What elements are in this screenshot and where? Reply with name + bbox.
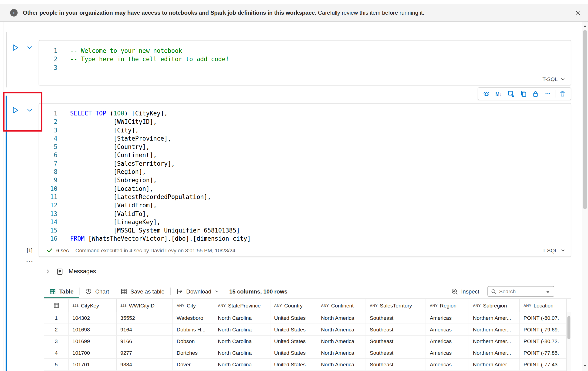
- table-cell[interactable]: Northern Amer...: [469, 312, 520, 324]
- table-cell[interactable]: United States: [271, 312, 317, 324]
- table-cell[interactable]: Dortches: [173, 347, 214, 359]
- table-cell[interactable]: North America: [317, 336, 366, 347]
- code-line[interactable]: 6 [Continent],: [39, 151, 571, 160]
- collapse-cell-icon[interactable]: [25, 43, 34, 53]
- scroll-up-icon[interactable]: [583, 23, 587, 30]
- table-cell[interactable]: 9164: [117, 324, 173, 336]
- column-header-Subregion[interactable]: ANYSubregion: [469, 299, 520, 312]
- code-line[interactable]: 8 [Region],: [39, 168, 571, 176]
- table-cell[interactable]: Dover: [173, 359, 214, 371]
- code-cell-1[interactable]: 1-- Welcome to your new notebook2-- Type…: [39, 40, 571, 85]
- table-cell[interactable]: POINT (-80.72.: [520, 336, 567, 347]
- table-cell[interactable]: Northern Amer...: [469, 336, 520, 347]
- column-header-Region[interactable]: ANYRegion: [426, 299, 469, 312]
- table-cell[interactable]: POINT (-77.85.: [520, 347, 567, 359]
- code-line[interactable]: 5 [Country],: [39, 143, 571, 151]
- row-number[interactable]: 1: [44, 312, 69, 324]
- run-cell-button[interactable]: [10, 105, 20, 115]
- table-cell[interactable]: United States: [271, 347, 317, 359]
- code-line[interactable]: 13 [ValidTo],: [39, 210, 571, 218]
- code-line[interactable]: 7 [SalesTerritory],: [39, 160, 571, 168]
- scrollbar-thumb[interactable]: [583, 30, 587, 209]
- grid-scrollbar-thumb[interactable]: [567, 316, 570, 339]
- download-button[interactable]: Download: [170, 288, 225, 295]
- tab-table[interactable]: Table: [44, 284, 79, 298]
- code-line[interactable]: 10 [Location],: [39, 185, 571, 193]
- duplicate-cell-icon[interactable]: [518, 88, 529, 99]
- table-cell[interactable]: United States: [271, 359, 317, 371]
- more-options-icon[interactable]: [543, 88, 553, 99]
- column-header-Location[interactable]: ANYLocation: [520, 299, 567, 312]
- messages-section-toggle[interactable]: Messages: [45, 266, 96, 277]
- tab-chart[interactable]: Chart: [80, 284, 115, 298]
- code-line[interactable]: 2-- Type here in the cell editor to add …: [39, 55, 571, 63]
- table-cell[interactable]: North Carolina: [214, 359, 271, 371]
- table-cell[interactable]: Northern Amer...: [469, 324, 520, 336]
- table-cell[interactable]: North America: [317, 359, 366, 371]
- grid-vertical-scrollbar[interactable]: [566, 312, 571, 371]
- table-cell[interactable]: North America: [317, 312, 366, 324]
- code-line[interactable]: 16FROM [WhatsTheVectorVictor].[dbo].[dim…: [39, 235, 571, 243]
- code-editor[interactable]: 1SELECT TOP (100) [CityKey],2 [WWICityID…: [39, 103, 571, 243]
- table-cell[interactable]: Americas: [426, 336, 469, 347]
- table-cell[interactable]: Northern Amer...: [469, 347, 520, 359]
- code-line[interactable]: 3: [39, 63, 571, 72]
- column-header-SalesTerritory[interactable]: ANYSalesTerritory: [366, 299, 426, 312]
- column-header-Country[interactable]: ANYCountry: [271, 299, 317, 312]
- table-cell[interactable]: Americas: [426, 324, 469, 336]
- code-line[interactable]: 12 [ValidFrom],: [39, 202, 571, 210]
- run-cell-button[interactable]: [10, 43, 20, 53]
- code-editor[interactable]: 1-- Welcome to your new notebook2-- Type…: [39, 41, 571, 72]
- vertical-scrollbar[interactable]: [582, 22, 588, 371]
- lock-cell-icon[interactable]: [531, 88, 541, 99]
- code-line[interactable]: 3 [City],: [39, 126, 571, 134]
- copilot-icon[interactable]: [481, 88, 492, 99]
- code-line[interactable]: 1-- Welcome to your new notebook: [39, 47, 571, 55]
- select-all-icon[interactable]: [44, 299, 69, 312]
- row-number[interactable]: 5: [44, 359, 69, 371]
- save-as-table-button[interactable]: Save as table: [115, 288, 170, 294]
- search-input[interactable]: [499, 288, 542, 294]
- hide-input-icon[interactable]: [506, 88, 516, 99]
- code-line[interactable]: 15 [MSSQL_System_Uniquifier_658101385]: [39, 227, 571, 235]
- table-cell[interactable]: 104302: [69, 312, 117, 324]
- table-cell[interactable]: POINT (-79.69.: [520, 324, 567, 336]
- table-cell[interactable]: 101698: [69, 324, 117, 336]
- table-cell[interactable]: United States: [271, 324, 317, 336]
- table-cell[interactable]: 9277: [117, 347, 173, 359]
- filter-icon[interactable]: [545, 288, 551, 294]
- convert-to-markdown-icon[interactable]: M↓: [494, 88, 504, 99]
- table-cell[interactable]: POINT (-77.43.: [520, 359, 567, 371]
- table-cell[interactable]: 101699: [69, 336, 117, 347]
- table-cell[interactable]: North America: [317, 347, 366, 359]
- table-cell[interactable]: 35552: [117, 312, 173, 324]
- column-header-WWICityID[interactable]: 123WWICityID: [117, 299, 173, 312]
- row-number[interactable]: 2: [44, 324, 69, 336]
- table-cell[interactable]: Wadesboro: [173, 312, 214, 324]
- code-line[interactable]: 11 [LatestRecordedPopulation],: [39, 193, 571, 202]
- table-cell[interactable]: North Carolina: [214, 347, 271, 359]
- add-cell-dots[interactable]: ...: [26, 257, 33, 263]
- column-header-Continent[interactable]: ANYContinent: [317, 299, 366, 312]
- close-icon[interactable]: [572, 7, 583, 18]
- column-header-StateProvince[interactable]: ANYStateProvince: [214, 299, 271, 312]
- table-cell[interactable]: Americas: [426, 359, 469, 371]
- code-line[interactable]: 1SELECT TOP (100) [CityKey],: [39, 109, 571, 118]
- table-cell[interactable]: Americas: [426, 347, 469, 359]
- table-cell[interactable]: North Carolina: [214, 336, 271, 347]
- column-header-CityKey[interactable]: 123CityKey: [69, 299, 117, 312]
- table-cell[interactable]: 9334: [117, 359, 173, 371]
- collapse-cell-icon[interactable]: [25, 105, 34, 115]
- delete-cell-icon[interactable]: [557, 88, 568, 99]
- table-cell[interactable]: Dobbins H...: [173, 324, 214, 336]
- table-cell[interactable]: North America: [317, 324, 366, 336]
- table-cell[interactable]: North Carolina: [214, 312, 271, 324]
- table-cell[interactable]: 101700: [69, 347, 117, 359]
- row-number[interactable]: 3: [44, 336, 69, 347]
- code-line[interactable]: 14 [LineageKey],: [39, 218, 571, 227]
- code-line[interactable]: 4 [StateProvince],: [39, 134, 571, 143]
- scroll-down-icon[interactable]: [583, 363, 587, 369]
- row-number[interactable]: 4: [44, 347, 69, 359]
- table-cell[interactable]: Dobson: [173, 336, 214, 347]
- table-cell[interactable]: United States: [271, 336, 317, 347]
